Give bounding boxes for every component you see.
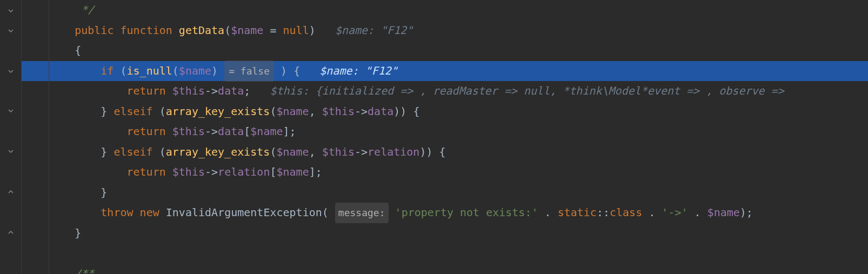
code-line: } elseif (array_key_exists($name, $this-…: [22, 102, 868, 122]
code-line: public function getData($name = null) $n…: [22, 21, 868, 41]
inline-hint: $this: {initialized => , readMaster => n…: [270, 81, 784, 102]
code-line: return $this->data[$name];: [22, 122, 868, 142]
fold-icon[interactable]: [8, 149, 14, 155]
comment-close: */: [81, 0, 94, 21]
code-line: throw new InvalidArgumentException( mess…: [22, 203, 868, 223]
inline-hint: $name: "F12": [319, 61, 398, 82]
code-line: return $this->data; $this: {initialized …: [22, 81, 868, 102]
inline-hint: $name: "F12": [335, 21, 413, 41]
fold-icon[interactable]: [8, 27, 14, 34]
fold-icon[interactable]: [8, 230, 14, 236]
code-line: }: [22, 183, 868, 203]
fold-icon[interactable]: [8, 68, 14, 74]
code-line-highlighted: if (is_null($name) = false ) { $name: "F…: [22, 61, 868, 82]
fold-icon[interactable]: [8, 7, 14, 14]
fold-icon[interactable]: [8, 189, 14, 196]
code-line: return $this->relation[$name];: [22, 162, 868, 183]
param-hint-badge: message:: [335, 203, 389, 223]
inline-value-badge: = false: [224, 61, 274, 82]
code-area[interactable]: */ public function getData($name = null)…: [22, 0, 868, 274]
code-line: {: [22, 41, 868, 61]
fold-icon[interactable]: [8, 108, 14, 115]
code-line: [22, 243, 868, 264]
code-line: /**: [22, 264, 868, 275]
code-editor[interactable]: */ public function getData($name = null)…: [0, 0, 868, 274]
code-line: }: [22, 223, 868, 244]
code-line: */: [22, 0, 868, 21]
gutter: [0, 0, 22, 274]
code-line: } elseif (array_key_exists($name, $this-…: [22, 142, 868, 163]
